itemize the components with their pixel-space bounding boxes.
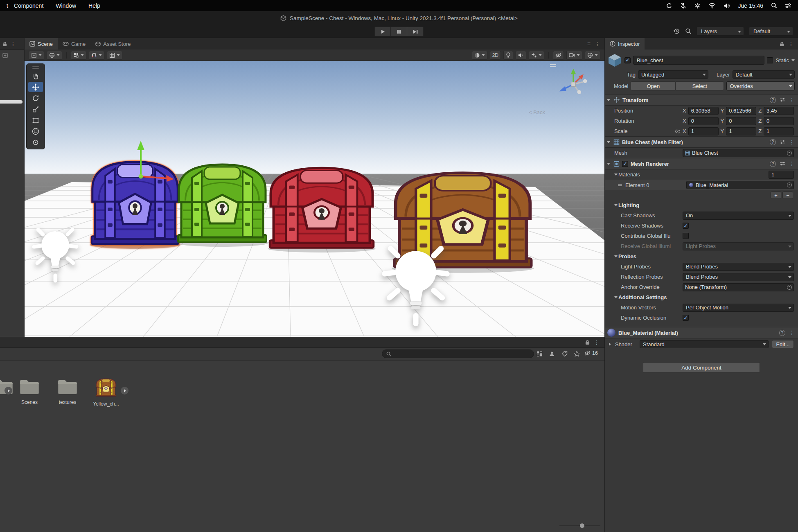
preset-icon[interactable] [780, 140, 785, 144]
anchor-override-field[interactable]: None (Transform) [683, 283, 794, 291]
overrides-dropdown[interactable]: Overrides [726, 81, 795, 90]
help-icon[interactable]: ? [770, 97, 776, 103]
shading-mode-button[interactable] [472, 51, 487, 60]
kebab-menu-icon[interactable]: ⋮ [594, 340, 600, 345]
kebab-menu-icon[interactable]: ⋮ [789, 330, 795, 336]
drag-handle-icon[interactable] [618, 184, 622, 186]
orientation-gizmo[interactable] [556, 67, 591, 102]
light-probes-dropdown[interactable]: Blend Probes [683, 263, 794, 271]
add-material-button[interactable]: + [771, 192, 781, 199]
green-chest[interactable] [173, 160, 271, 247]
kebab-menu-icon[interactable]: ⋮ [595, 41, 600, 47]
lock-icon[interactable] [780, 41, 784, 47]
remove-material-button[interactable]: − [782, 192, 793, 199]
help-icon[interactable]: ? [770, 139, 776, 145]
transform-header[interactable]: Transform ? ⋮ [605, 94, 798, 106]
snap-increment-button[interactable] [89, 51, 104, 60]
scale-z-field[interactable]: 1 [764, 127, 794, 135]
mic-muted-icon[interactable] [680, 2, 686, 9]
search-by-label-icon[interactable] [549, 351, 555, 357]
object-picker-icon[interactable] [787, 183, 792, 187]
reflection-probes-dropdown[interactable]: Blend Probes [683, 273, 794, 281]
active-checkbox[interactable]: ✓ [624, 57, 631, 63]
menu-help[interactable]: Help [88, 2, 100, 9]
overlay-hamburger-icon[interactable] [550, 64, 556, 67]
rotation-x-field[interactable]: 0 [688, 117, 719, 125]
label-tag-icon[interactable] [561, 351, 568, 357]
object-picker-icon[interactable] [787, 285, 792, 290]
scale-x-field[interactable]: 1 [688, 127, 719, 135]
tab-inspector[interactable]: Inspector [605, 38, 645, 50]
scale-y-field[interactable]: 1 [726, 127, 756, 135]
create-menu-icon[interactable] [2, 53, 8, 58]
receive-shadows-checkbox[interactable]: ✓ [683, 223, 689, 229]
move-tool[interactable] [28, 82, 43, 92]
play-button[interactable] [374, 27, 391, 36]
position-z-field[interactable]: 3.45 [764, 107, 794, 115]
lock-icon[interactable] [2, 41, 7, 47]
pause-button[interactable] [391, 27, 407, 36]
tab-asset-store[interactable]: Asset Store [90, 38, 135, 50]
add-component-button[interactable]: Add Component [643, 362, 760, 373]
link-icon[interactable] [675, 129, 680, 134]
project-item-yellow-chest[interactable]: Yellow_ch... [87, 378, 125, 407]
project-item-scenes[interactable]: Scenes [11, 378, 48, 405]
edit-shader-button[interactable]: Edit... [772, 340, 794, 348]
layout-dropdown[interactable]: Default [749, 27, 793, 36]
tag-dropdown[interactable]: Untagged [638, 70, 708, 79]
project-search-field[interactable] [382, 349, 534, 358]
scale-tool[interactable] [28, 104, 43, 114]
additional-settings-foldout[interactable]: Additional Settings [605, 292, 798, 302]
layer-dropdown[interactable]: Default [733, 70, 795, 79]
layers-dropdown[interactable]: Layers [697, 27, 744, 36]
tool-pivot-button[interactable] [29, 51, 44, 60]
mesh-renderer-header[interactable]: ✓ Mesh Renderer ? ⋮ [605, 158, 798, 169]
2d-toggle-button[interactable]: 2D [490, 51, 501, 60]
mesh-filter-header[interactable]: Blue Chest (Mesh Filter) ? ⋮ [605, 136, 798, 148]
view-back-label[interactable]: < Back [529, 109, 545, 115]
status-swirl-icon[interactable] [666, 2, 672, 9]
point-light-gizmo[interactable] [380, 238, 452, 328]
model-open-button[interactable]: Open [631, 81, 676, 90]
red-chest[interactable] [264, 164, 379, 253]
mesh-renderer-checkbox[interactable]: ✓ [622, 161, 628, 167]
menu-window[interactable]: Window [56, 2, 76, 9]
static-checkbox[interactable] [767, 57, 773, 63]
thumbnail-size-slider[interactable] [559, 523, 600, 529]
kebab-menu-icon[interactable]: ⋮ [789, 97, 795, 103]
hamburger-menu-icon[interactable]: ≡ [587, 41, 591, 47]
dynamic-occlusion-checkbox[interactable]: ✓ [683, 315, 689, 321]
tool-orientation-button[interactable] [47, 51, 62, 60]
rotation-z-field[interactable]: 0 [764, 117, 794, 125]
project-grid[interactable]: Scenes textures Yellow_ch... [0, 361, 604, 532]
material-header[interactable]: Blue_Material (Material) ? ⋮ [605, 327, 798, 338]
scene-audio-toggle[interactable] [516, 51, 526, 60]
object-picker-icon[interactable] [787, 151, 792, 156]
move-gizmo[interactable] [115, 139, 177, 185]
model-select-button[interactable]: Select [676, 81, 724, 90]
object-name-field[interactable]: Blue_chest [633, 56, 764, 65]
step-button[interactable] [407, 27, 424, 36]
foldout-icon[interactable] [607, 99, 610, 101]
custom-tool[interactable] [28, 137, 43, 147]
kebab-menu-icon[interactable]: ⋮ [788, 41, 794, 47]
motion-vectors-dropdown[interactable]: Per Object Motion [683, 304, 794, 312]
wifi-icon[interactable] [708, 3, 716, 9]
menu-component[interactable]: Component [14, 2, 43, 9]
hand-tool[interactable] [28, 71, 43, 81]
menubar-clock[interactable]: Jue 15:46 [738, 2, 764, 9]
probes-foldout[interactable]: Probes [605, 251, 798, 261]
scene-viewport[interactable]: < Back [25, 61, 604, 337]
scene-visibility-toggle[interactable] [553, 51, 564, 60]
grid-snap-button[interactable] [71, 51, 86, 60]
materials-size-field[interactable]: 1 [769, 171, 794, 179]
hierarchy-scrollbar[interactable] [0, 100, 23, 104]
camera-settings-button[interactable] [566, 51, 582, 60]
drag-handle-icon[interactable] [32, 66, 39, 69]
favorites-star-icon[interactable] [574, 351, 580, 357]
kebab-menu-icon[interactable]: ⋮ [789, 161, 795, 167]
preset-icon[interactable] [780, 161, 785, 166]
rect-tool[interactable] [28, 115, 43, 125]
control-center-icon[interactable] [785, 3, 791, 9]
menu-fragment[interactable]: t [7, 2, 8, 9]
